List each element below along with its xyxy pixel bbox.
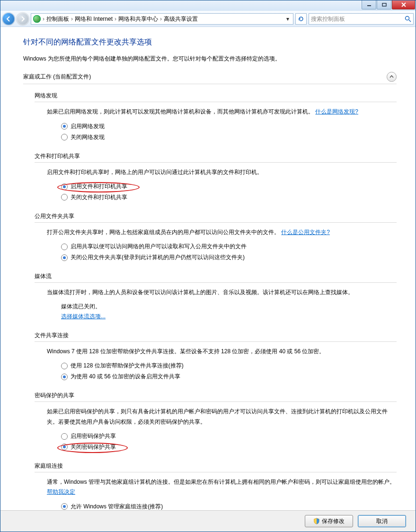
radio-icon [61,503,68,510]
radio-icon [61,183,68,190]
section-title: 网络发现 [35,89,397,102]
radio-disable-password[interactable]: 关闭密码保护共享 [61,442,397,453]
control-panel-icon [33,15,41,23]
save-button[interactable]: 保存修改 [305,515,353,527]
cancel-button[interactable]: 取消 [358,515,406,527]
svg-rect-1 [382,3,386,6]
arrow-left-icon [5,16,12,22]
profile-title: 家庭或工作 (当前配置文件) [23,73,387,81]
radio-icon [61,244,68,250]
section-title: 密码保护的共享 [35,389,397,402]
save-label: 保存修改 [322,517,345,525]
address-dropdown[interactable]: ▾ [284,16,291,22]
content-scroll[interactable]: 针对不同的网络配置文件更改共享选项 Windows 为您所使用的每个网络创建单独… [0,27,416,510]
arrow-right-icon [19,16,26,22]
refresh-button[interactable] [295,13,307,25]
svg-rect-0 [367,5,371,6]
section-desc: 打开公用文件夹共享时，网络上包括家庭组成员在内的用户都可以访问公用文件夹中的文件… [47,229,280,235]
breadcrumb-item[interactable]: 网络和 Internet [75,15,113,23]
link-what-is-public-folder[interactable]: 什么是公用文件夹? [281,229,330,235]
section-body: 如果已启用网络发现，则此计算机可以发现其他网络计算机和设备，而其他网络计算机亦可… [47,107,397,142]
breadcrumb-item[interactable]: 控制面板 [46,15,69,23]
titlebar [0,0,416,11]
page-description: Windows 为您所使用的每个网络创建单独的网络配置文件。您可以针对每个配置文… [23,54,397,63]
section-password-sharing: 密码保护的共享 如果已启用密码保护的共享，则只有具备此计算机的用户帐户和密码的用… [35,389,397,453]
breadcrumb-item[interactable]: 网络和共享中心 [118,15,158,23]
section-body: Windows 7 使用 128 位加密帮助保护文件共享连接。某些设备不支持 1… [47,347,397,382]
search-input[interactable]: 搜索控制面板 [309,13,414,25]
section-title: 家庭组连接 [35,459,397,472]
section-file-printer-sharing: 文件和打印机共享 启用文件和打印机共享时，网络上的用户可以访问通过此计算机共享的… [35,149,397,203]
radio-icon [61,444,68,450]
content-area: 针对不同的网络配置文件更改共享选项 Windows 为您所使用的每个网络创建单独… [0,27,416,510]
breadcrumb-separator: › [115,16,116,22]
breadcrumb-separator: › [160,16,162,22]
search-icon [405,16,411,22]
section-file-share-connection: 文件共享连接 Windows 7 使用 128 位加密帮助保护文件共享连接。某些… [35,329,397,382]
forward-button[interactable] [17,13,29,25]
section-desc: 当媒体流打开时，网络上的人员和设备便可以访问该计算机上的图片、音乐以及视频。该计… [47,289,354,296]
back-button[interactable] [2,13,15,25]
section-public-folder: 公用文件夹共享 打开公用文件夹共享时，网络上包括家庭组成员在内的用户都可以访问公… [35,209,397,263]
section-desc: 如果已启用密码保护的共享，则只有具备此计算机的用户帐户和密码的用户才可以访问共享… [47,408,388,425]
refresh-icon [298,16,304,22]
breadcrumb-item[interactable]: 高级共享设置 [164,15,198,23]
cancel-label: 取消 [376,517,388,525]
radio-icon [61,194,68,201]
collapse-button[interactable] [387,72,397,82]
navigation-bar: › 控制面板 › 网络和 Internet › 网络和共享中心 › 高级共享设置… [0,11,416,27]
shield-icon [313,518,320,524]
search-placeholder: 搜索控制面板 [311,15,405,23]
section-title: 文件共享连接 [35,329,397,342]
section-media-streaming: 媒体流 当媒体流打开时，网络上的人员和设备便可以访问该计算机上的图片、音乐以及视… [35,270,397,322]
maximize-icon [382,3,387,7]
section-body: 如果已启用密码保护的共享，则只有具备此计算机的用户帐户和密码的用户才可以访问共享… [47,407,397,453]
radio-disable-fileshare[interactable]: 关闭文件和打印机共享 [61,192,397,203]
page-title: 针对不同的网络配置文件更改共享选项 [23,37,397,47]
radio-40-56bit[interactable]: 为使用 40 或 56 位加密的设备启用文件共享 [61,371,397,382]
section-title: 公用文件夹共享 [35,209,397,223]
section-desc: 如果已启用网络发现，则此计算机可以发现其他网络计算机和设备，而其他网络计算机亦可… [47,108,314,115]
radio-enable-discovery[interactable]: 启用网络发现 [61,121,397,132]
radio-icon [61,374,68,380]
breadcrumb-separator: › [71,16,73,22]
section-title: 媒体流 [35,270,397,283]
minimize-icon [367,3,372,7]
radio-icon [61,254,68,261]
link-help-decide[interactable]: 帮助我决定 [47,488,75,495]
chevron-up-icon [389,75,394,79]
section-desc: Windows 7 使用 128 位加密帮助保护文件共享连接。某些设备不支持 1… [47,348,325,355]
section-body: 通常，Windows 管理与其他家庭组计算机的连接。但是如果您在所有计算机上拥有… [47,477,397,510]
svg-line-3 [409,20,411,22]
maximize-button[interactable] [377,0,391,9]
window: › 控制面板 › 网络和 Internet › 网络和共享中心 › 高级共享设置… [0,0,416,532]
breadcrumb-separator: › [43,16,44,22]
media-status: 媒体流已关闭。 [61,302,397,312]
footer: 保存修改 取消 [0,510,416,532]
section-body: 当媒体流打开时，网络上的人员和设备便可以访问该计算机上的图片、音乐以及视频。该计… [47,288,397,322]
section-title: 文件和打印机共享 [35,149,397,163]
section-desc: 通常，Windows 管理与其他家庭组计算机的连接。但是如果您在所有计算机上拥有… [47,479,395,485]
close-button[interactable] [392,0,415,9]
radio-enable-password[interactable]: 启用密码保护共享 [61,431,397,442]
address-bar[interactable]: › 控制面板 › 网络和 Internet › 网络和共享中心 › 高级共享设置… [31,13,293,25]
radio-icon [61,363,68,369]
link-what-is-discovery[interactable]: 什么是网络发现? [315,108,358,115]
radio-enable-fileshare[interactable]: 启用文件和打印机共享 [61,181,397,192]
section-desc: 启用文件和打印机共享时，网络上的用户可以访问通过此计算机共享的文件和打印机。 [47,169,263,175]
radio-128bit[interactable]: 使用 128 位加密帮助保护文件共享连接(推荐) [61,360,397,371]
radio-windows-manage[interactable]: 允许 Windows 管理家庭组连接(推荐) [61,501,397,510]
section-body: 启用文件和打印机共享时，网络上的用户可以访问通过此计算机共享的文件和打印机。 启… [47,167,397,203]
radio-disable-discovery[interactable]: 关闭网络发现 [61,132,397,143]
minimize-button[interactable] [362,0,376,9]
link-media-options[interactable]: 选择媒体流选项... [61,313,106,320]
radio-enable-pubfolder[interactable]: 启用共享以便可以访问网络的用户可以读取和写入公用文件夹中的文件 [61,241,397,252]
radio-disable-pubfolder[interactable]: 关闭公用文件夹共享(登录到此计算机的用户仍然可以访问这些文件夹) [61,252,397,263]
radio-icon [61,123,68,130]
close-icon [401,2,407,7]
section-network-discovery: 网络发现 如果已启用网络发现，则此计算机可以发现其他网络计算机和设备，而其他网络… [35,89,397,142]
section-homegroup: 家庭组连接 通常，Windows 管理与其他家庭组计算机的连接。但是如果您在所有… [35,459,397,510]
svg-point-2 [406,17,409,20]
profile-header[interactable]: 家庭或工作 (当前配置文件) [23,72,397,84]
radio-icon [61,134,68,140]
